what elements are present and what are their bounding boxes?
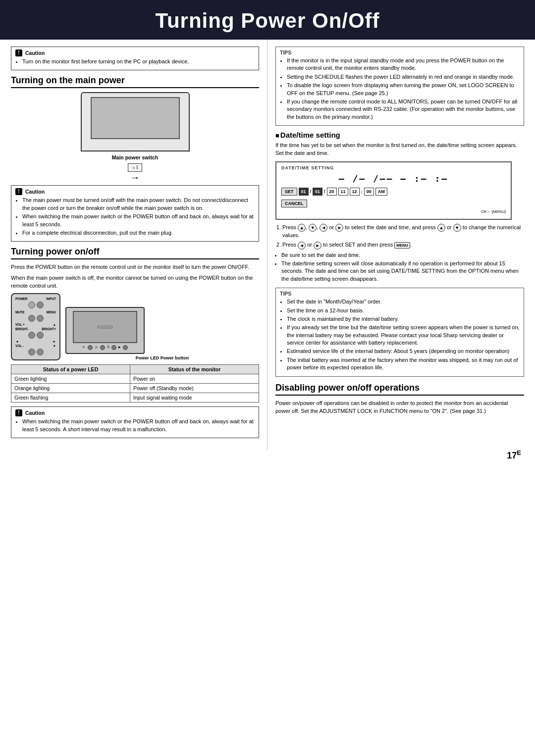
datetime-bullets: Be sure to set the date and time. The da…: [280, 252, 524, 283]
datetime-field-min[interactable]: 00: [364, 188, 374, 196]
arrow-down-icon3: ▼: [453, 224, 461, 232]
remote-down-btn: [37, 349, 44, 355]
monitor-status-1: Power on: [130, 374, 259, 384]
turning-power-body2: When the main power switch is off, the m…: [11, 274, 259, 290]
arrow-left-icon: ◄: [320, 224, 327, 232]
datetime-field-ampm[interactable]: AM: [375, 188, 387, 196]
datetime-intro: If the time has yet to be set when the m…: [275, 142, 524, 157]
datetime-set-btn[interactable]: SET: [281, 188, 297, 196]
remote-input-btn: [37, 302, 44, 308]
caution-list-1: Turn on the monitor first before turning…: [21, 58, 255, 65]
arrow-up-icon: ▲: [298, 224, 306, 232]
tips-item-1-2: Setting the SCHEDULE flashes the power L…: [287, 73, 520, 81]
datetime-field-month[interactable]: 01: [299, 188, 309, 196]
datetime-cancel-row: CANCEL: [281, 199, 506, 207]
section-heading-4: Disabling power on/off operations: [275, 383, 524, 396]
led-status-3: Green flashing: [11, 393, 130, 403]
caution-item-3-1: When switching the main power switch or …: [22, 418, 255, 433]
arrow-right-icon2: ►: [314, 242, 321, 250]
power-switch-box: ○ I: [128, 163, 143, 172]
monitor-diagram: ········ Main power switch ○ I →: [11, 92, 259, 183]
caution-icon-1: !: [15, 50, 22, 56]
led-table-header-1: Status of a power LED: [11, 365, 130, 374]
remote-bright-plus-btn: [37, 332, 44, 339]
caution-label-2: ! Caution: [15, 188, 255, 195]
datetime-field-year[interactable]: 11: [338, 188, 348, 196]
monitor-dots: ········: [128, 144, 142, 147]
caution-item-2-1: The main power must be turned on/off wit…: [22, 197, 255, 212]
remote-power-btn: [28, 302, 35, 308]
monitor-front-buttons: ☀ 🔊 ☰ ▶: [69, 345, 141, 350]
section-heading-3: Date/time setting: [275, 131, 524, 139]
caution-item-1-1: Turn on the monitor first before turning…: [22, 58, 255, 65]
led-table-header-2: Status of the monitor: [130, 365, 259, 374]
monitor-main-power-label: Main power switch: [11, 154, 259, 160]
datetime-step-2: Press ◄ or ► to select SET and then pres…: [282, 241, 524, 249]
menu-icon: MENU: [394, 242, 410, 249]
datetime-bullet-1: Be sure to set the date and time.: [281, 252, 524, 259]
caution-box-1: ! Caution Turn on the monitor first befo…: [11, 47, 259, 70]
caution-item-2-3: For a complete electrical disconnection,…: [22, 229, 255, 237]
page-title: Turning Power On/Off: [0, 9, 535, 33]
tips-item-2-1: Set the date in "Month/Day/Year" order.: [287, 298, 520, 305]
page-title-bar: Turning Power On/Off: [0, 0, 535, 40]
arrow-down-icon: →: [11, 172, 259, 183]
table-row: Orange lighting Power off (Standby mode): [11, 384, 259, 393]
tips-item-2-6: The initial battery was inserted at the …: [287, 356, 520, 372]
tips-item-2-2: Set the time on a 12-hour basis.: [287, 307, 520, 314]
monitor-front-diagram: ····· ☀ 🔊 ☰ ▶: [65, 307, 145, 354]
arrow-down-icon2: ▼: [309, 224, 317, 232]
monitor-vol-icon: [100, 345, 105, 350]
monitor-front-dot: ·····: [98, 326, 112, 328]
datetime-box-title: DATE/TIME SETTING: [281, 165, 506, 170]
tips-item-1-4: If you change the remote control mode to…: [287, 98, 520, 121]
monitor-status-2: Power off (Standby mode): [130, 384, 259, 393]
datetime-field-day[interactable]: 01: [313, 188, 322, 196]
power-switch-arrow: ○ I: [11, 160, 259, 172]
led-status-2: Orange lighting: [11, 384, 130, 393]
remote-control-diagram: POWER INPUT MUTE MENU: [11, 293, 60, 360]
caution-list-2: The main power must be turned on/off wit…: [21, 197, 255, 237]
caution-box-2: ! Caution The main power must be turned …: [11, 185, 259, 242]
tips-item-1-1: If the monitor is in the input signal st…: [287, 57, 520, 72]
section-heading-2: Turning power on/off: [11, 247, 259, 259]
arrow-right-icon: ►: [335, 224, 343, 232]
tips-box-2: TIPS Set the date in "Month/Day/Year" or…: [275, 288, 524, 377]
disabling-body: Power on/power off operations can be dis…: [275, 400, 524, 415]
tips-list-1: If the monitor is in the input signal st…: [286, 57, 520, 121]
datetime-display: — /— /—— — :— :—: [281, 173, 506, 184]
tips-item-2-5: Estimated service life of the internal b…: [287, 348, 520, 355]
monitor-screen: [91, 97, 180, 139]
caution-label-3: ! Caution: [15, 409, 255, 416]
monitor-input-icon: [123, 345, 128, 350]
monitor-outer: ········: [81, 92, 190, 151]
monitor-bright-icon: [88, 345, 93, 350]
datetime-cancel-btn[interactable]: CANCEL: [281, 200, 307, 207]
caution-item-2-2: When switching the main power switch or …: [22, 213, 255, 228]
datetime-step-1: Press ▲, ▼, ◄ or ► to select the date an…: [282, 224, 524, 239]
datetime-ok-text: OK← [MENU]: [281, 209, 506, 214]
caution-label-1: ! Caution: [15, 50, 255, 56]
power-led-text: Power LED Power button: [136, 355, 189, 360]
power-led-label: Power LED Power button: [65, 355, 259, 360]
arrow-up-icon2: ▲: [437, 224, 445, 232]
turning-power-body1: Press the POWER button on the remote con…: [11, 263, 259, 271]
caution-icon-3: !: [15, 409, 22, 416]
datetime-set-row: SET 01 / 01 / 20 11 12 : 00 AM: [281, 188, 506, 196]
tips-label-1: TIPS: [280, 50, 520, 55]
tips-item-2-3: The clock is maintained by the internal …: [287, 315, 520, 323]
tips-item-1-3: To disable the logo screen from displayi…: [287, 82, 520, 97]
datetime-field-year-prefix[interactable]: 20: [327, 188, 337, 196]
led-status-1: Green lighting: [11, 374, 130, 384]
table-row: Green flashing Input signal waiting mode: [11, 393, 259, 403]
table-row: Green lighting Power on: [11, 374, 259, 384]
tips-item-2-4: If you already set the time but the date…: [287, 324, 520, 347]
monitor-menu-icon: [111, 345, 116, 350]
page-number-area: 17E: [0, 450, 535, 470]
tips-label-2: TIPS: [280, 291, 520, 297]
caution-box-3: ! Caution When switching the main power …: [11, 406, 259, 438]
datetime-bullet-2: The date/time setting screen will close …: [281, 260, 524, 283]
datetime-field-hour[interactable]: 12: [350, 188, 360, 196]
monitor-front-wrapper: ····· ☀ 🔊 ☰ ▶ Power LED Power button: [65, 307, 259, 360]
tips-list-2: Set the date in "Month/Day/Year" order. …: [286, 298, 520, 372]
